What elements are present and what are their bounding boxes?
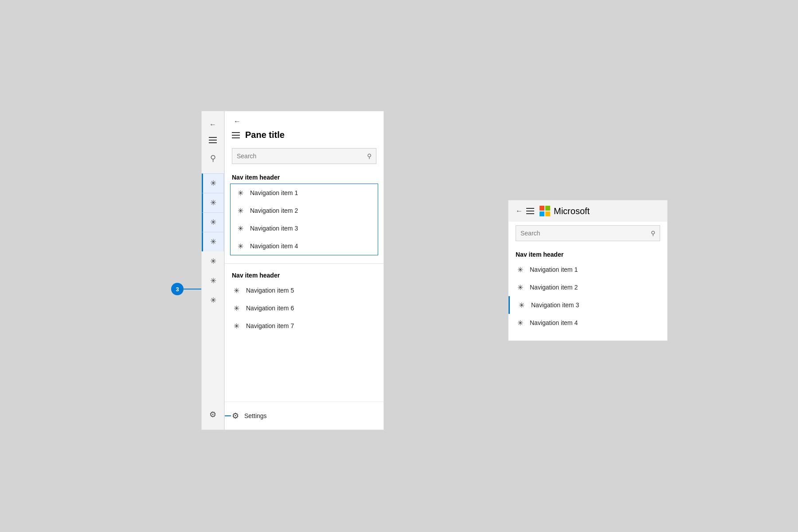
right-search-input[interactable] (520, 230, 651, 237)
right-nav-item-3-icon: ✳ (517, 301, 526, 309)
nav-item-6[interactable]: ✳ Navigation item 6 (225, 299, 383, 317)
pane-expanded: ← Pane title 1 ⚲ 5 (224, 111, 384, 430)
sidebar-nav-icons: ✳ ✳ ✳ ✳ ✳ ✳ ✳ (202, 173, 224, 310)
microsoft-logo[interactable]: Microsoft (540, 206, 590, 216)
settings-icon-pane: ⚙ (232, 411, 239, 421)
ms-yellow-square (545, 211, 550, 216)
right-hamburger[interactable] (526, 208, 534, 214)
right-nav-item-4[interactable]: ✳ Navigation item 4 (509, 314, 667, 332)
annotation-6: 6 (224, 410, 231, 422)
nav-item-7-icon: ✳ (232, 321, 241, 330)
ms-green-square (545, 206, 550, 211)
nav-item-3[interactable]: ✳ Navigation item 3 (231, 219, 378, 237)
right-diagram: ← Microsoft ⚲ Nav item header (508, 200, 668, 341)
sidebar-collapsed: ← ⚲ ✳ ✳ ✳ ✳ (201, 111, 224, 430)
right-search-box[interactable]: ⚲ (516, 225, 660, 241)
nav-group-selected: ✳ Navigation item 1 ✳ Navigation item 2 … (230, 184, 378, 255)
right-nav-item-4-icon: ✳ (516, 318, 524, 327)
nav-item-2[interactable]: ✳ Navigation item 2 (231, 202, 378, 219)
nav-item-4[interactable]: ✳ Navigation item 4 (231, 237, 378, 255)
sidebar-nav-icon-2[interactable]: ✳ (202, 193, 224, 212)
sidebar-nav-icon-1[interactable]: ✳ (202, 173, 224, 193)
search-icon: ⚲ (367, 153, 372, 160)
sidebar-nav-icon-4[interactable]: ✳ (202, 232, 224, 251)
pane-hamburger[interactable] (232, 132, 240, 138)
nav-item-2-icon: ✳ (236, 206, 245, 215)
nav-item-3-icon: ✳ (236, 224, 245, 233)
ms-blue-square (540, 211, 544, 216)
nav-item-1[interactable]: ✳ Navigation item 1 (231, 184, 378, 202)
pane-back-button[interactable]: ← (232, 116, 243, 127)
right-search-icon: ⚲ (651, 230, 655, 237)
nav-item-1-icon: ✳ (236, 188, 245, 197)
ms-grid-icon (540, 206, 550, 216)
right-nav-item-2[interactable]: ✳ Navigation item 2 (509, 278, 667, 296)
right-nav-item-3-active[interactable]: ✳ Navigation item 3 (509, 296, 667, 314)
sidebar-nav-icon-3[interactable]: ✳ (202, 212, 224, 232)
sidebar-search-icon[interactable]: ⚲ (205, 150, 221, 166)
pane-title: Pane title (245, 130, 285, 140)
right-back-button[interactable]: ← (516, 207, 523, 215)
pane-footer: ⚙ Settings 6 (225, 402, 383, 430)
nav-item-5[interactable]: ✳ Navigation item 5 (225, 282, 383, 299)
sidebar-nav-icon-7[interactable]: ✳ (202, 290, 224, 310)
nav-item-6-icon: ✳ (232, 304, 241, 313)
nav-item-7[interactable]: ✳ Navigation item 7 (225, 317, 383, 335)
right-nav-section-header: Nav item header (509, 246, 667, 261)
nav-item-5-icon: ✳ (232, 286, 241, 295)
right-nav-item-1-icon: ✳ (516, 265, 524, 274)
nav-divider (225, 263, 383, 264)
right-nav-item-1[interactable]: ✳ Navigation item 1 (509, 261, 667, 278)
ms-brand-label: Microsoft (554, 206, 590, 216)
nav-section-2-header: Nav item header (225, 267, 383, 282)
bubble-3: 3 (171, 283, 184, 295)
sidebar-settings-icon[interactable]: ⚙ (205, 407, 221, 422)
settings-nav-item[interactable]: ⚙ Settings (232, 408, 376, 423)
right-nav-item-2-icon: ✳ (516, 283, 524, 292)
hamburger-menu[interactable] (209, 137, 217, 143)
sidebar-back-button[interactable]: ← (205, 117, 221, 133)
annotation-3-left: 3 (171, 283, 201, 295)
pane-search-input[interactable] (237, 153, 367, 160)
ms-red-square (540, 206, 544, 211)
sidebar-nav-icon-5[interactable]: ✳ (202, 251, 224, 271)
nav-section-1-header: Nav item header (225, 169, 383, 184)
sidebar-nav-icon-6[interactable]: ✳ (202, 271, 224, 290)
pane-search-box[interactable]: ⚲ (232, 148, 376, 164)
nav-item-4-icon: ✳ (236, 242, 245, 250)
